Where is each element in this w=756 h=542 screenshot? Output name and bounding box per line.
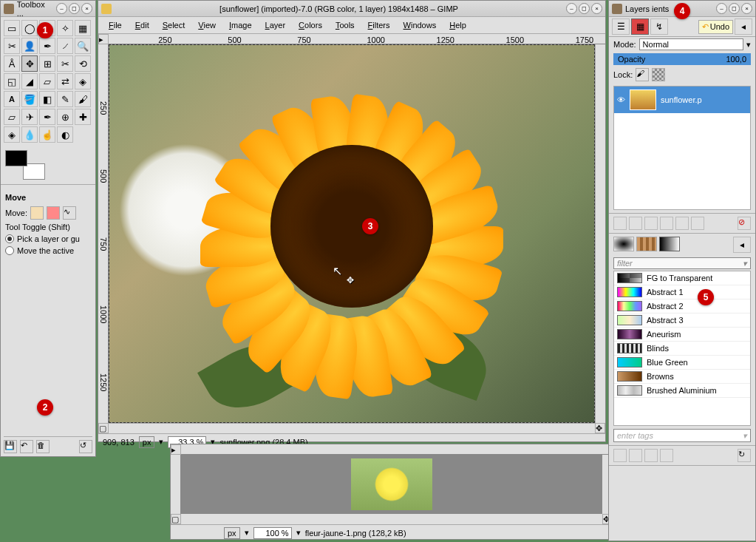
opacity-slider[interactable]: Opacity 100,0 (613, 53, 751, 65)
smudge-tool[interactable]: ☝ (39, 126, 55, 143)
zoom-dropdown-icon[interactable]: ▾ (296, 528, 301, 538)
move-layer-icon[interactable] (30, 206, 44, 220)
dropdown-icon[interactable]: ▾ (746, 40, 751, 50)
maximize-icon[interactable]: ◻ (69, 3, 80, 14)
lock-alpha-icon[interactable] (652, 68, 665, 81)
eraser-tool[interactable]: ▱ (4, 109, 20, 125)
layer-row[interactable]: 👁 sunflower.p (614, 87, 750, 113)
perspective-tool[interactable]: ▱ (39, 73, 55, 89)
ruler-corner[interactable]: ▸ (171, 444, 181, 455)
minimize-icon[interactable]: – (566, 3, 577, 14)
gradient-filter[interactable]: filter ▾ (613, 257, 751, 269)
tab-menu-icon[interactable]: ◂ (735, 18, 752, 35)
minimize-icon[interactable]: – (56, 3, 67, 14)
close-icon[interactable]: × (741, 3, 752, 14)
eye-icon[interactable]: 👁 (617, 95, 625, 104)
brush-tool[interactable]: 🖌 (75, 91, 91, 107)
tab-menu-icon[interactable]: ◂ (733, 237, 751, 253)
second-canvas[interactable] (181, 455, 602, 514)
unit-dropdown-icon[interactable]: ▾ (245, 528, 249, 538)
new-layer-icon[interactable] (613, 217, 627, 230)
menu-select[interactable]: Select (157, 19, 191, 31)
maximize-icon[interactable]: ◻ (579, 3, 590, 14)
gradient-item[interactable]: Browns (614, 370, 750, 384)
clone-tool[interactable]: ⊕ (57, 109, 73, 125)
undo-button[interactable]: ↶Undo (698, 20, 733, 34)
blend-tool[interactable]: ◧ (39, 91, 55, 107)
menu-colors[interactable]: Colors (293, 19, 328, 31)
patterns-tab-icon[interactable] (636, 237, 657, 251)
by-color-tool[interactable]: ▦ (75, 20, 91, 36)
gradient-item[interactable]: FG to Transparent (614, 271, 750, 285)
paths-tab-icon[interactable]: ↯ (650, 18, 668, 35)
scrollbar-vertical[interactable] (595, 44, 605, 423)
unit-dropdown-icon[interactable]: ▾ (159, 437, 163, 447)
zoom-input[interactable] (253, 527, 292, 539)
airbrush-tool[interactable]: ✈ (21, 109, 38, 125)
gradient-item[interactable]: Brushed Aluminium (614, 384, 750, 398)
close-icon[interactable]: × (81, 3, 92, 14)
bucket-tool[interactable]: 🪣 (21, 91, 38, 107)
unit-select[interactable]: px (139, 436, 155, 448)
menu-windows[interactable]: Windows (398, 19, 443, 31)
shear-tool[interactable]: ◢ (21, 73, 38, 89)
refresh-gradient-icon[interactable]: ↻ (738, 449, 751, 462)
duplicate-gradient-icon[interactable] (644, 449, 658, 462)
ruler-vertical[interactable]: 250 500 750 1000 1250 (98, 44, 109, 423)
qmask-icon[interactable]: ▢ (98, 423, 109, 433)
gradient-item[interactable]: Abstract 2 (614, 299, 750, 314)
close-icon[interactable]: × (591, 3, 602, 14)
perspective-clone-tool[interactable]: ◈ (4, 126, 20, 143)
mode-select[interactable]: Normal (639, 38, 743, 50)
delete-gradient-icon[interactable] (660, 449, 673, 462)
qmask-icon[interactable]: ▢ (171, 514, 181, 524)
rotate-tool[interactable]: ⟲ (75, 55, 91, 72)
toolbox-titlebar[interactable]: Toolbox ... – ◻ × (1, 1, 95, 17)
pencil-tool[interactable]: ✎ (57, 91, 73, 107)
save-options-icon[interactable]: 💾 (4, 440, 17, 453)
gradient-list[interactable]: FG to TransparentAbstract 1Abstract 2Abs… (613, 271, 751, 426)
menu-image[interactable]: Image (223, 19, 258, 31)
ruler-horizontal[interactable] (181, 444, 613, 455)
layer-list[interactable]: 👁 sunflower.p (613, 86, 751, 210)
menu-view[interactable]: View (192, 19, 222, 31)
ink-tool[interactable]: ✒ (39, 109, 55, 125)
delete-layer-icon[interactable]: ⊘ (738, 217, 751, 230)
raise-layer-icon[interactable] (629, 217, 642, 230)
new-gradient-icon[interactable] (629, 449, 642, 462)
down-icon[interactable] (660, 217, 673, 230)
ruler-horizontal[interactable]: 250 500 750 1000 1250 1500 1750 (109, 34, 605, 44)
duplicate-layer-icon[interactable] (675, 217, 689, 230)
menu-file[interactable]: File (103, 19, 128, 31)
crop-tool[interactable]: ✂ (57, 55, 73, 72)
scale-tool[interactable]: ◱ (4, 73, 20, 89)
heal-tool[interactable]: ✚ (75, 109, 91, 125)
tags-input[interactable]: enter tags ▾ (613, 429, 751, 442)
dodge-tool[interactable]: ◐ (57, 126, 73, 143)
measure-tool[interactable]: Å (4, 55, 20, 72)
menu-layer[interactable]: Layer (259, 19, 292, 31)
maximize-icon[interactable]: ◻ (729, 3, 740, 14)
wand-tool[interactable]: ✧ (57, 20, 73, 36)
nav-icon[interactable]: ✥ (595, 423, 605, 433)
menu-help[interactable]: Help (443, 19, 472, 31)
up-icon[interactable] (644, 217, 658, 230)
move-tool[interactable]: ✥ (21, 55, 38, 72)
layers-tab-icon[interactable]: ☰ (612, 18, 630, 35)
rect-select-tool[interactable]: ▭ (4, 20, 20, 36)
gradient-item[interactable]: Abstract 3 (614, 314, 750, 328)
unit-select[interactable]: px (224, 527, 240, 539)
restore-options-icon[interactable]: ↶ (20, 440, 33, 453)
image-canvas[interactable]: ↖ ✥ (109, 44, 595, 423)
brushes-tab-icon[interactable] (613, 237, 634, 251)
menu-filters[interactable]: Filters (362, 19, 396, 31)
edit-gradient-icon[interactable] (613, 449, 627, 462)
align-tool[interactable]: ⊞ (39, 55, 55, 72)
radio-move-active[interactable]: Move the active (1, 245, 95, 257)
blur-tool[interactable]: 💧 (21, 126, 38, 143)
delete-options-icon[interactable]: 🗑 (36, 440, 50, 453)
fg-bg-colors[interactable] (5, 150, 45, 180)
anchor-layer-icon[interactable] (691, 217, 704, 230)
scrollbar-horizontal[interactable] (109, 423, 595, 433)
cage-tool[interactable]: ◈ (75, 73, 91, 89)
